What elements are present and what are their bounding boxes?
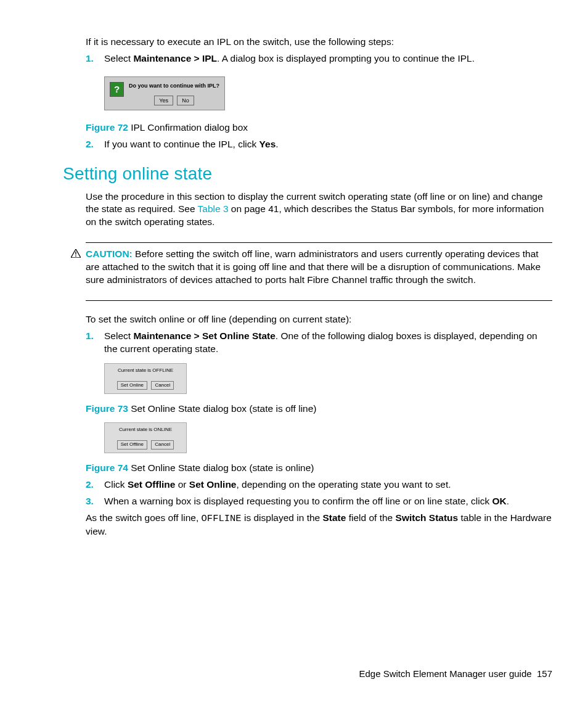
switch-status-bold: Switch Status (396, 512, 459, 523)
offline-code: OFFLINE (202, 513, 242, 524)
set-online-bold: Set Online (189, 479, 237, 490)
figure-text: Set Online State dialog box (state is of… (128, 403, 317, 414)
step-text: Select (104, 53, 133, 64)
state-bold: State (323, 512, 346, 523)
caution-text: Before setting the switch off line, warn… (86, 248, 541, 285)
figure-72-caption: Figure 72 IPL Confirmation dialog box (86, 121, 552, 134)
ipl-dialog: ? Do you want to continue with IPL? Yes … (104, 76, 225, 110)
step-2: 2. If you want to continue the IPL, clic… (86, 138, 552, 151)
section-intro: Use the procedure in this section to dis… (86, 191, 552, 229)
proc-step-1: 1. Select Maintenance > Set Online State… (86, 330, 552, 356)
step-text: When a warning box is displayed requesti… (104, 496, 492, 506)
figure-text: Set Online State dialog box (state is on… (128, 462, 314, 473)
caution-block: CAUTION: Before setting the switch off l… (86, 248, 552, 287)
dialog-text: Current state is OFFLINE (108, 367, 182, 374)
table-3-link[interactable]: Table 3 (198, 203, 229, 214)
step-text: . (276, 139, 278, 149)
online-state-dialog: Current state is ONLINE Set Offline Canc… (104, 422, 187, 453)
step-number: 3. (86, 495, 94, 508)
step-1: 1. Select Maintenance > IPL. A dialog bo… (86, 52, 552, 65)
step-number: 2. (86, 478, 94, 491)
figure-74-caption: Figure 74 Set Online State dialog box (s… (86, 462, 552, 475)
step-number: 2. (86, 138, 94, 151)
dialog-text: Current state is ONLINE (108, 427, 182, 433)
cancel-button[interactable]: Cancel (151, 440, 174, 449)
caution-icon (71, 249, 81, 258)
menu-path: Maintenance > Set Online State (133, 330, 275, 341)
step-number: 1. (86, 52, 94, 65)
menu-path: Maintenance > IPL (133, 53, 217, 64)
figure-label: Figure 72 (86, 122, 128, 133)
step-text: If you want to continue the IPL, click (104, 139, 259, 149)
procedure-intro: To set the switch online or off line (de… (86, 313, 552, 326)
question-icon: ? (110, 82, 124, 97)
step-text: or (175, 479, 189, 490)
intro-text: If it is necessary to execute an IPL on … (86, 36, 552, 49)
page-footer: Edge Switch Element Manager user guide 1… (359, 668, 552, 680)
proc-step-2: 2. Click Set Offline or Set Online, depe… (86, 478, 552, 491)
step-text: Select (104, 330, 133, 341)
cancel-button[interactable]: Cancel (151, 381, 174, 390)
divider (86, 242, 552, 243)
figure-label: Figure 74 (86, 462, 128, 473)
closing-paragraph: As the switch goes off line, OFFLINE is … (86, 512, 552, 538)
dialog-text: Do you want to continue with IPL? (129, 82, 219, 89)
divider (86, 300, 552, 301)
set-offline-button[interactable]: Set Offline (117, 440, 147, 449)
figure-text: IPL Confirmation dialog box (128, 122, 248, 133)
figure-label: Figure 73 (86, 403, 128, 414)
footer-title: Edge Switch Element Manager user guide (359, 668, 531, 679)
yes-button[interactable]: Yes (154, 96, 173, 105)
set-online-button[interactable]: Set Online (117, 381, 147, 390)
page-number: 157 (537, 668, 552, 679)
caution-label: CAUTION: (86, 248, 133, 259)
step-text: . A dialog box is displayed prompting yo… (217, 53, 475, 64)
section-heading: Setting online state (63, 162, 552, 186)
step-text: , depending on the operating state you w… (236, 479, 451, 490)
svg-point-1 (75, 256, 76, 257)
ok-bold: OK (492, 496, 507, 506)
step-text: . (507, 496, 509, 506)
yes-bold: Yes (259, 139, 276, 149)
step-text: Click (104, 479, 128, 490)
proc-step-3: 3. When a warning box is displayed reque… (86, 495, 552, 508)
figure-73-caption: Figure 73 Set Online State dialog box (s… (86, 403, 552, 416)
set-offline-bold: Set Offline (128, 479, 176, 490)
step-number: 1. (86, 330, 94, 343)
offline-state-dialog: Current state is OFFLINE Set Online Canc… (104, 363, 187, 394)
no-button[interactable]: No (177, 96, 194, 105)
